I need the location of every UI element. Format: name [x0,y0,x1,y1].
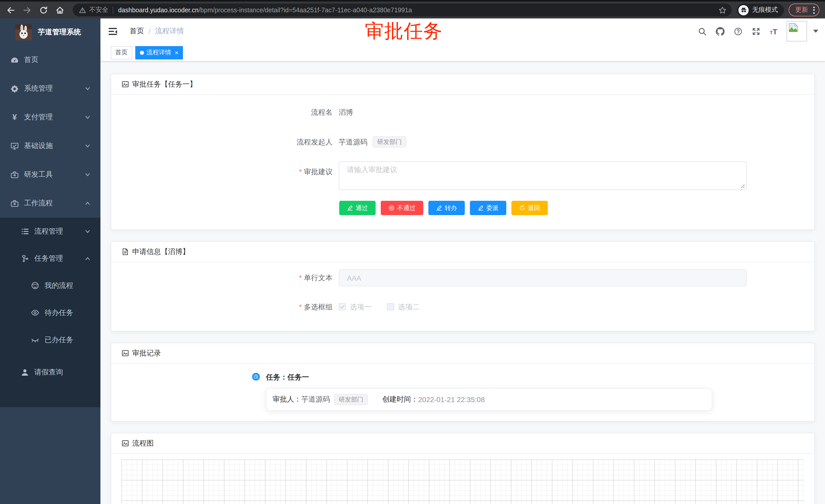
incognito-badge: 无痕模式 [737,3,784,17]
process-diagram-card-body [111,454,814,504]
suggestion-textarea[interactable] [339,161,747,190]
approve-buttons-row: 通过 不通过 转办 委派 [339,201,804,215]
approve-task-card-body: 流程名 滔博 流程发起人 芋道源码 研发部门 审批建议 [111,95,814,230]
approve-button[interactable]: 通过 [339,201,376,215]
navbar-actions: TT [698,18,825,44]
return-button[interactable]: 退回 [511,201,548,215]
timeline-task-title: 任务：任务一 [266,373,804,381]
chevron-down-icon [85,172,90,177]
reject-button[interactable]: 不通过 [381,201,423,215]
picture-icon [122,349,129,357]
form-row-initiator: 流程发起人 芋道源码 研发部门 [122,132,804,152]
tab-close-icon[interactable]: × [175,50,178,56]
face-icon [31,281,40,290]
incognito-label: 无痕模式 [752,6,778,14]
breadcrumb-home[interactable]: 首页 [130,27,144,36]
sidebar-item-home[interactable]: 首页 [0,46,100,74]
sidebar-item-infrastructure[interactable]: 基础设施 [0,132,100,160]
avatar[interactable] [786,21,807,41]
application-info-card-body: 单行文本 多选框组 选项一 选项二 [111,262,814,331]
tab-process-detail[interactable]: 流程详情 × [135,46,183,59]
sidebar-item-label: 基础设施 [24,141,53,151]
sidebar-item-label: 系统管理 [24,84,53,93]
workflow-submenu: 流程管理 任务管理 我的流程 待办任务 [0,218,100,407]
sidebar-item-system[interactable]: 系统管理 [0,74,100,103]
application-info-card: 申请信息【滔博】 单行文本 多选框组 选项一 [111,241,815,331]
eye-open-icon [31,308,40,317]
page-content: 审批任务【任务一】 流程名 滔博 流程发起人 芋道源码 研发部门 [100,62,825,504]
sidebar-collapse-icon[interactable] [108,27,117,35]
browser-reload-icon[interactable] [39,5,48,15]
process-name-value: 滔博 [339,102,353,122]
sidebar-item-devtools[interactable]: 研发工具 [0,160,100,189]
sidebar-item-workflow[interactable]: 工作流程 [0,189,100,218]
tab-label: 首页 [115,48,128,57]
address-bar[interactable]: 不安全 dashboard.yudao.iocoder.cn/bpm/proce… [73,4,732,16]
list-tree-icon [20,227,29,236]
avatar-caret-icon[interactable] [813,30,818,33]
suggestion-label: 审批建议 [122,161,339,191]
initiator-label: 流程发起人 [122,132,339,152]
tab-home[interactable]: 首页 [111,46,132,59]
font-size-icon[interactable]: TT [770,27,777,35]
checkbox-group: 选项一 选项二 [339,297,435,317]
sidebar-item-my-process[interactable]: 我的流程 [0,272,100,299]
create-time-group: 创建时间： 2022-01-21 22:35:08 [382,395,485,404]
application-info-card-header: 申请信息【滔博】 [111,242,814,262]
yen-icon: ¥ [10,113,19,121]
browser-home-icon[interactable] [55,5,65,15]
browser-forward-icon[interactable] [22,5,32,15]
browser-back-icon[interactable] [6,5,15,15]
sidebar-item-task-management[interactable]: 任务管理 [0,245,100,272]
form-row-checkboxes: 多选框组 选项一 选项二 [122,297,804,317]
single-line-text-input [339,269,747,286]
url-path: /bpm/process-instance/detail?id=54aa251f… [199,6,412,14]
approve-task-card-header: 审批任务【任务一】 [111,74,814,95]
app-logo-row[interactable]: 芋道管理系统 [0,18,100,46]
sidebar-item-payment[interactable]: ¥ 支付管理 [0,103,100,132]
screen: 不安全 dashboard.yudao.iocoder.cn/bpm/proce… [0,0,825,504]
sidebar-item-label: 支付管理 [24,113,53,122]
search-icon[interactable] [698,27,707,35]
breadcrumb: 首页 / 流程详情 [130,27,184,36]
sidebar-item-label: 工作流程 [24,199,53,208]
sidebar-item-label: 我的流程 [45,281,73,290]
help-icon[interactable] [734,27,743,35]
tags-view-bar: 首页 流程详情 × [100,44,825,62]
approval-records-card: 审批记录 任务：任务一 审批人： 芋道源码 研发部门 [111,343,815,422]
breadcrumb-current: 流程详情 [155,27,184,36]
approve-task-card: 审批任务【任务一】 流程名 滔博 流程发起人 芋道源码 研发部门 [111,74,815,230]
transfer-button[interactable]: 转办 [428,201,465,215]
eye-closed-icon [31,335,40,344]
bookmark-star-icon[interactable] [719,6,727,14]
bpmn-canvas[interactable] [122,459,804,504]
sidebar-item-label: 请假查询 [34,368,63,377]
github-icon[interactable] [716,27,725,35]
briefcase-icon [10,199,19,208]
sidebar-item-leave-query[interactable]: 请假查询 [0,353,100,391]
sidebar-item-todo-tasks[interactable]: 待办任务 [0,299,100,326]
incognito-icon [738,5,749,15]
sidebar-item-label: 首页 [24,55,39,65]
card-title: 流程图 [132,439,154,448]
omnibox-divider [112,6,113,14]
main-area: 首页 / 流程详情 审批任务 TT 首页 流程详情 [100,18,825,504]
delegate-button[interactable]: 委派 [470,201,506,215]
edit-icon [436,205,442,211]
fullscreen-icon[interactable] [752,27,761,35]
textarea-resize-handle[interactable] [740,184,745,188]
checkbox-option-1: 选项一 [339,297,372,317]
sidebar-item-label: 任务管理 [34,254,63,263]
refresh-left-icon [519,205,525,211]
active-tab-dot [140,51,144,55]
briefcase-icon [10,170,19,179]
browser-update-button[interactable]: 更新 [789,4,819,16]
suggestion-textarea-wrap [339,161,747,191]
update-label: 更新 [795,6,808,14]
browser-menu-icon[interactable] [812,6,816,14]
create-time-value: 2022-01-21 22:35:08 [418,396,485,404]
sidebar-item-done-tasks[interactable]: 已办任务 [0,326,100,353]
initiator-name: 芋道源码 [339,132,367,152]
sidebar-item-process-management[interactable]: 流程管理 [0,218,100,245]
red-annotation: 审批任务 [365,21,443,40]
